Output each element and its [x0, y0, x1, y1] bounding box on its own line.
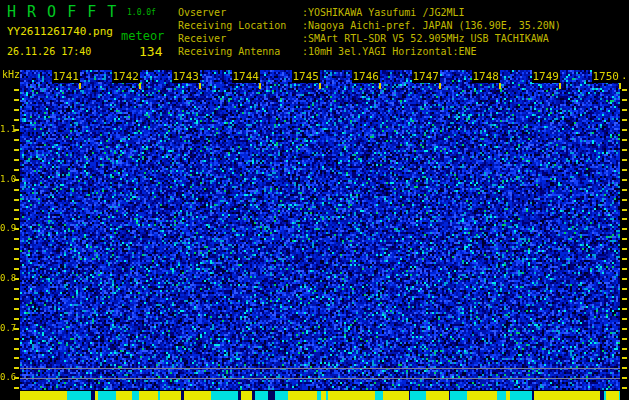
y-tick-mark-left: [14, 169, 19, 171]
y-tick-label: 0.9: [0, 223, 15, 233]
y-tick-mark-right: [622, 129, 627, 131]
y-tick-mark-right: [622, 119, 627, 121]
y-tick-label: 0.7: [0, 323, 15, 333]
info-label: Receiving Antenna: [178, 45, 302, 58]
x-tick-label: 1750: [592, 70, 621, 83]
y-tick-mark-right: [622, 238, 627, 240]
y-tick-mark-right: [622, 179, 627, 181]
y-tick-mark-left: [14, 318, 19, 320]
y-tick-mark-left: [14, 357, 19, 359]
y-tick-mark-left: [14, 338, 19, 340]
y-tick-mark-right: [622, 99, 627, 101]
info-label: Ovserver: [178, 6, 302, 19]
y-tick-mark-right: [622, 209, 627, 211]
y-tick-mark-right: [622, 248, 627, 250]
info-row: Ovserver:YOSHIKAWA Yasufumi /JG2MLI: [178, 6, 561, 19]
y-tick-label: 0.8: [0, 273, 15, 283]
hrofft-screen: H R O F F T 1.0.0f YY2611261740.png mete…: [0, 0, 629, 400]
x-tick-label: 1747: [412, 70, 441, 83]
x-tick-mark: [439, 83, 441, 89]
x-tick-mark: [559, 83, 561, 89]
y-tick-mark-left: [14, 189, 19, 191]
info-value: :Nagoya Aichi-pref. JAPAN (136.90E, 35.2…: [302, 19, 561, 32]
y-tick-mark-left: [14, 109, 19, 111]
y-tick-mark-left: [14, 367, 19, 369]
timestamp: 26.11.26 17:40: [7, 46, 91, 57]
y-tick-mark-right: [622, 387, 627, 389]
x-tick-label: 1748: [472, 70, 501, 83]
y-tick-mark-right: [622, 367, 627, 369]
info-label: Receiving Location: [178, 19, 302, 32]
info-value: :SMArt RTL-SDR V5 52.905MHz USB TACHIKAW…: [302, 32, 549, 45]
y-tick-mark-left: [14, 199, 19, 201]
y-tick-mark-right: [622, 348, 627, 350]
y-tick-mark-right: [622, 89, 627, 91]
y-tick-mark-left: [14, 268, 19, 270]
y-tick-mark-right: [622, 308, 627, 310]
x-tick-mark: [259, 83, 261, 89]
y-tick-mark-left: [14, 149, 19, 151]
output-filename: YY2611261740.png: [7, 25, 113, 38]
y-tick-label: 1.1: [0, 124, 15, 134]
y-tick-mark-left: [14, 119, 19, 121]
echo-count: 134: [139, 44, 162, 59]
mode-label: meteor: [121, 29, 164, 43]
y-tick-mark-left: [14, 139, 19, 141]
y-tick-mark-left: [14, 258, 19, 260]
y-tick-mark-left: [14, 288, 19, 290]
x-tick-mark: [79, 83, 81, 89]
y-tick-mark-right: [622, 278, 627, 280]
y-tick-mark-right: [622, 109, 627, 111]
y-tick-mark-right: [622, 228, 627, 230]
info-label: Receiver: [178, 32, 302, 45]
y-tick-mark-right: [622, 268, 627, 270]
y-tick-mark-left: [14, 159, 19, 161]
y-tick-mark-right: [622, 258, 627, 260]
y-tick-mark-left: [14, 248, 19, 250]
x-tick-label: 1746: [352, 70, 381, 83]
x-tick-label: 1742: [112, 70, 141, 83]
y-tick-mark-right: [622, 318, 627, 320]
y-tick-mark-right: [622, 298, 627, 300]
y-tick-mark-left: [14, 387, 19, 389]
x-tick-mark: [499, 83, 501, 89]
y-tick-mark-left: [14, 308, 19, 310]
station-info-block: Ovserver:YOSHIKAWA Yasufumi /JG2MLIRecei…: [178, 6, 561, 58]
y-tick-mark-right: [622, 218, 627, 220]
y-tick-mark-left: [14, 348, 19, 350]
x-tick-label: 1749: [532, 70, 561, 83]
y-tick-mark-right: [622, 139, 627, 141]
y-tick-mark-left: [14, 298, 19, 300]
x-tick-mark: [619, 83, 621, 89]
info-row: Receiver:SMArt RTL-SDR V5 52.905MHz USB …: [178, 32, 561, 45]
y-tick-mark-right: [622, 377, 627, 379]
freq-axis-unit-label: kHz: [2, 69, 20, 80]
y-tick-mark-right: [622, 357, 627, 359]
app-title: H R O F F T: [7, 3, 117, 21]
app-version: 1.0.0f: [127, 8, 156, 17]
info-value: :10mH 3el.YAGI Horizontal:ENE: [302, 45, 477, 58]
y-tick-mark-right: [622, 149, 627, 151]
spectrogram-canvas: [20, 70, 620, 400]
y-tick-mark-left: [14, 209, 19, 211]
x-tick-mark: [319, 83, 321, 89]
y-tick-label: 1.0: [0, 174, 15, 184]
time-axis-end-mark: .: [621, 69, 628, 82]
info-row: Receiving Location:Nagoya Aichi-pref. JA…: [178, 19, 561, 32]
x-tick-label: 1745: [292, 70, 321, 83]
y-tick-mark-right: [622, 338, 627, 340]
x-tick-label: 1744: [232, 70, 261, 83]
y-tick-mark-left: [14, 99, 19, 101]
y-tick-mark-left: [14, 238, 19, 240]
x-tick-label: 1743: [172, 70, 201, 83]
y-tick-mark-right: [622, 189, 627, 191]
x-tick-mark: [379, 83, 381, 89]
y-tick-mark-right: [622, 169, 627, 171]
y-tick-mark-right: [622, 199, 627, 201]
y-tick-mark-right: [622, 288, 627, 290]
info-value: :YOSHIKAWA Yasufumi /JG2MLI: [302, 6, 465, 19]
info-row: Receiving Antenna:10mH 3el.YAGI Horizont…: [178, 45, 561, 58]
x-tick-mark: [139, 83, 141, 89]
y-tick-label: 0.6: [0, 372, 15, 382]
y-tick-mark-left: [14, 89, 19, 91]
